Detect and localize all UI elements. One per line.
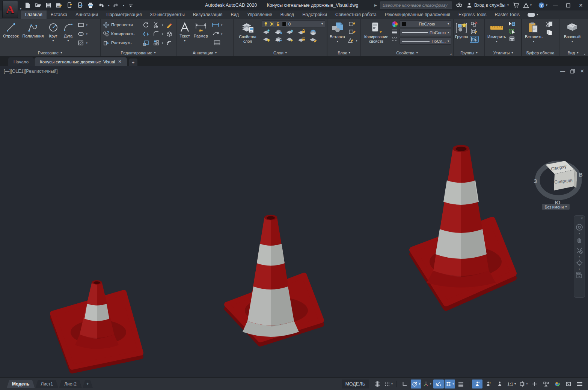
layer-freeze-icon[interactable] [286, 29, 294, 35]
insert-dropdown-icon[interactable]: ▾ [336, 40, 338, 43]
copy-button[interactable]: Копировать [103, 31, 143, 37]
polar-tracking-toggle[interactable]: ▾ [411, 380, 421, 388]
object-snap-tracking-toggle[interactable] [433, 380, 444, 388]
panel-label-properties[interactable]: Свойства▾ [361, 50, 453, 56]
save-as-button[interactable] [55, 1, 63, 9]
tab-3d-tools[interactable]: 3D-инструменты [146, 10, 189, 19]
block-attributes-button[interactable]: ▾ [347, 37, 357, 44]
arc-button[interactable]: Дуга ▾ [63, 20, 74, 42]
create-block-icon[interactable] [348, 21, 356, 27]
base-view-dropdown-icon[interactable]: ▾ [571, 40, 573, 43]
snap-toggle[interactable]: ▾ [383, 380, 394, 388]
search-input[interactable] [380, 2, 452, 9]
base-view-button[interactable]: Базовый ▾ [564, 20, 580, 43]
clean-screen-button[interactable] [563, 380, 574, 388]
tab-annotate[interactable]: Аннотации [71, 10, 102, 19]
tab-output[interactable]: Вывод [276, 10, 298, 19]
group-edit-icon[interactable] [470, 28, 478, 34]
dimension-button[interactable]: Размер [194, 20, 208, 39]
trim-button[interactable]: ▾ [153, 22, 166, 28]
properties-dialog-launcher-icon[interactable]: ⌟ [450, 51, 452, 55]
linear-dimension-button[interactable]: ▾ [212, 21, 223, 28]
help-button[interactable]: ? ▾ [538, 2, 547, 9]
orbit-icon[interactable] [576, 259, 583, 267]
doc-minimize-button[interactable]: — [560, 68, 565, 74]
panel-label-modify[interactable]: Редактирование▾ [101, 50, 176, 56]
undo-button[interactable] [97, 1, 105, 9]
annotation-autoscale-toggle[interactable] [483, 380, 494, 388]
circle-dropdown-icon[interactable]: ▾ [53, 39, 54, 42]
move-button[interactable]: Перенести [103, 22, 143, 28]
panel-label-annotation[interactable]: Аннотации▾ [176, 50, 233, 56]
ellipse-tool-button[interactable]: ▾ [78, 30, 88, 38]
orbit-dropdown-icon[interactable]: ▾ [579, 268, 580, 270]
tab-view[interactable]: Вид [226, 10, 243, 19]
layer-make-current-icon[interactable] [309, 36, 317, 42]
viewcube-east-label[interactable]: В [579, 171, 583, 178]
model-space-button[interactable]: МОДЕЛЬ [342, 380, 369, 388]
viewcube-ucs-menu[interactable]: Без имени ▾ [542, 204, 570, 210]
tab-home[interactable]: Главная [21, 10, 47, 19]
file-tab-document[interactable]: Конусы сигнальные дорожные_Visual ✕ [35, 57, 127, 66]
tab-featured-apps[interactable]: Рекомендованные приложения [381, 10, 454, 19]
traffic-cone-large[interactable] [405, 137, 521, 314]
linetype-icon[interactable] [392, 36, 398, 41]
open-file-button[interactable] [34, 1, 42, 9]
panel-label-groups[interactable]: Группы▾ [454, 50, 484, 56]
model-tab[interactable]: Модель [7, 380, 35, 388]
rectangle-tool-button[interactable]: ▾ [78, 21, 88, 28]
zoom-dropdown-icon[interactable]: ▾ [579, 255, 580, 258]
quick-calculator-icon[interactable] [509, 36, 516, 42]
panel-label-view[interactable]: Вид▾ [559, 50, 586, 56]
crosshair-plus-button[interactable] [529, 380, 540, 388]
search-icon[interactable] [455, 1, 463, 9]
mirror-button[interactable] [143, 31, 153, 37]
object-snap-toggle[interactable]: ▾ [445, 380, 455, 388]
scale-button[interactable] [143, 40, 153, 46]
window-maximize-button[interactable] [563, 1, 573, 9]
rotate-button[interactable] [143, 22, 153, 28]
view-dialog-launcher-icon[interactable]: ⌟ [584, 51, 585, 55]
new-file-button[interactable] [23, 1, 32, 9]
search-expand-icon[interactable]: ▶ [374, 3, 377, 7]
app-store-cart-icon[interactable] [512, 1, 520, 9]
selection-cycling-toggle[interactable] [541, 380, 551, 388]
layer-unlock2-icon[interactable] [297, 36, 306, 42]
layout1-tab[interactable]: Лист1 [35, 380, 58, 388]
layer-thaw-icon[interactable] [286, 36, 294, 42]
select-similar-icon[interactable] [508, 28, 516, 34]
polyline-button[interactable]: Полилиния [22, 20, 44, 39]
isometric-drafting-toggle[interactable]: ▾ [422, 380, 433, 388]
insert-block-button[interactable]: Вставка ▾ [330, 20, 345, 43]
copy-clip-icon[interactable] [546, 29, 553, 35]
undo-dropdown-icon[interactable]: ▾ [108, 4, 110, 7]
object-color-combo[interactable]: ПоСлою ▾ [400, 20, 451, 27]
pan-hand-icon[interactable] [576, 236, 583, 243]
wheel-dropdown-icon[interactable]: ▾ [579, 232, 580, 235]
ortho-toggle[interactable] [400, 380, 410, 388]
autodesk-app-button[interactable]: ▾ [523, 3, 532, 8]
layer-match-icon[interactable] [274, 36, 282, 42]
table-button[interactable] [214, 39, 220, 46]
lineweight-toggle[interactable] [456, 380, 466, 388]
layer-select-combo[interactable]: 0 ▾ [262, 20, 325, 27]
paste-button[interactable]: Вставить ▾ [525, 20, 543, 43]
tab-visualize[interactable]: Визуализация [189, 10, 227, 19]
new-layout-button[interactable]: + [83, 380, 93, 388]
tab-addins[interactable]: Надстройки [298, 10, 331, 19]
color-wheel-icon[interactable] [392, 21, 398, 27]
ribbon-display-toggle[interactable]: ▾ [528, 13, 538, 17]
viewcube-west-label[interactable]: З [534, 178, 537, 184]
paste-dropdown-icon[interactable]: ▾ [533, 40, 534, 43]
annotation-scale-button[interactable]: 1:1 ▾ [506, 380, 517, 388]
navbar-close-icon[interactable]: ✕ [580, 217, 583, 220]
zoom-extents-icon[interactable] [576, 247, 583, 254]
show-motion-icon[interactable] [576, 272, 583, 278]
application-menu-button[interactable]: A ▾ [2, 1, 18, 18]
panel-label-block[interactable]: Блок▾ [327, 50, 360, 56]
line-button[interactable]: Отрезок [3, 20, 18, 39]
lineweight-combo[interactable]: ПоСлою ▾ [400, 29, 451, 36]
viewcube[interactable]: З В Ю Сверху Спереди [531, 155, 587, 211]
annotation-scale-person-icon[interactable] [495, 380, 505, 388]
viewport-menu-control[interactable]: [—] [4, 69, 11, 74]
